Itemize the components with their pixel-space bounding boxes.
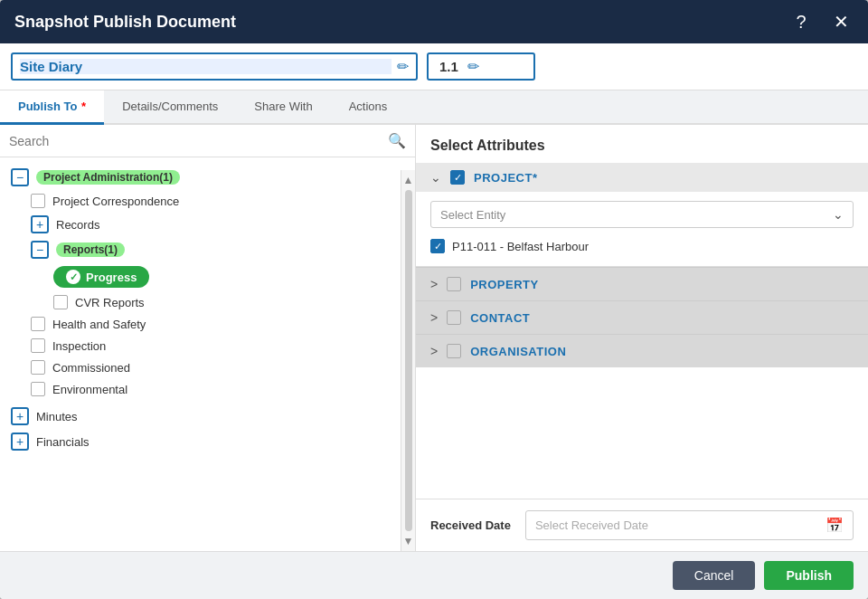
expand-icon-minutes[interactable] <box>11 407 29 425</box>
dropdown-arrow-icon[interactable]: ⌄ <box>833 207 844 222</box>
tree-item-progress: ✓ Progress <box>4 262 411 291</box>
checkbox-project-correspondence[interactable] <box>31 194 45 208</box>
scroll-thumb[interactable] <box>405 190 412 531</box>
footer: Cancel Publish <box>0 551 868 599</box>
attr-section-project: ⌄ PROJECT* Select Entity ⌄ P11-011 - Bel… <box>416 163 868 267</box>
cancel-button[interactable]: Cancel <box>673 561 756 590</box>
document-name-input[interactable] <box>20 59 392 74</box>
attr-checkbox-project[interactable] <box>450 170 465 185</box>
modal: Snapshot Publish Document ? ✕ ✏ 1.1 ✏ Pu… <box>0 0 868 599</box>
search-icon[interactable]: 🔍 <box>388 132 406 149</box>
select-entity-dropdown[interactable]: Select Entity ⌄ <box>430 201 854 228</box>
attr-section-contact[interactable]: > CONTACT <box>416 300 868 334</box>
main-content: 🔍 Project Administration(1) Project Corr… <box>0 125 868 551</box>
label-inspection: Inspection <box>52 339 106 353</box>
version-edit-icon[interactable]: ✏ <box>467 58 479 75</box>
tree-item-project-admin: Project Administration(1) <box>4 165 411 190</box>
tab-details-comments[interactable]: Details/Comments <box>104 90 236 125</box>
label-progress: Progress <box>86 271 137 284</box>
label-health-safety: Health and Safety <box>52 318 146 331</box>
attr-row-project[interactable]: ⌄ PROJECT* <box>416 163 868 192</box>
entity-label-belfast: P11-011 - Belfast Harbour <box>452 240 589 253</box>
checkbox-commissioned[interactable] <box>31 360 45 375</box>
scroll-down-arrow[interactable]: ▼ <box>403 535 414 547</box>
collapse-icon-reports[interactable] <box>31 241 49 259</box>
chevron-right-icon-organisation[interactable]: > <box>430 344 438 358</box>
checkbox-cvr-reports[interactable] <box>53 295 68 309</box>
attr-label-contact: CONTACT <box>470 311 530 325</box>
version-field[interactable]: 1.1 ✏ <box>427 52 535 81</box>
tree-item-project-correspondence: Project Correspondence <box>4 190 411 212</box>
attr-label-property: PROPERTY <box>470 278 539 291</box>
attr-checkbox-organisation[interactable] <box>447 344 461 358</box>
entity-checkbox-belfast[interactable] <box>430 239 445 253</box>
label-environmental: Environmental <box>52 383 127 396</box>
label-commissioned: Commissioned <box>52 361 130 375</box>
label-cvr-reports: CVR Reports <box>75 296 145 309</box>
left-panel: 🔍 Project Administration(1) Project Corr… <box>0 125 416 551</box>
tab-actions[interactable]: Actions <box>331 90 406 125</box>
expand-icon-records[interactable] <box>31 215 49 233</box>
tree-item-records: Records <box>4 212 411 237</box>
tree-item-commissioned: Commissioned <box>4 357 411 378</box>
tree-item-inspection: Inspection <box>4 335 411 357</box>
close-icon[interactable]: ✕ <box>828 9 854 34</box>
modal-title: Snapshot Publish Document <box>14 13 236 32</box>
tab-publish-to[interactable]: Publish To * <box>0 90 104 125</box>
attr-checkbox-property[interactable] <box>447 277 461 291</box>
document-name-edit-icon[interactable]: ✏ <box>397 58 409 75</box>
modal-header: Snapshot Publish Document ? ✕ <box>0 0 868 43</box>
tree-item-environmental: Environmental <box>4 378 411 400</box>
calendar-icon[interactable]: 📅 <box>826 517 844 534</box>
tabs-bar: Publish To * Details/Comments Share With… <box>0 90 868 125</box>
date-input-placeholder: Select Received Date <box>535 518 826 532</box>
received-date-label: Received Date <box>430 518 511 532</box>
tree-item-financials: Financials <box>4 429 411 454</box>
collapse-icon-project-admin[interactable] <box>11 168 29 186</box>
check-icon-progress: ✓ <box>66 270 80 284</box>
attr-label-organisation: ORGANISATION <box>470 345 566 358</box>
select-entity-text: Select Entity <box>440 208 833 222</box>
received-date-section: Received Date Select Received Date 📅 <box>416 499 868 551</box>
attr-section-property[interactable]: > PROPERTY <box>416 267 868 300</box>
checkbox-inspection[interactable] <box>31 338 45 353</box>
attr-label-project: PROJECT* <box>474 171 537 185</box>
attr-checkbox-contact[interactable] <box>447 310 461 325</box>
tree-item-health-safety: Health and Safety <box>4 313 411 335</box>
tree-item-cvr-reports: CVR Reports <box>4 291 411 313</box>
tree-item-reports: Reports(1) <box>4 237 411 262</box>
tree-item-minutes: Minutes <box>4 404 411 429</box>
header-icons: ? ✕ <box>788 9 854 34</box>
search-input[interactable] <box>9 134 388 148</box>
right-panel: Select Attributes ⌄ PROJECT* Select Enti… <box>416 125 868 551</box>
label-minutes: Minutes <box>36 410 78 423</box>
scroll-up-arrow[interactable]: ▲ <box>403 174 414 186</box>
badge-reports: Reports(1) <box>56 242 125 257</box>
label-records: Records <box>56 218 99 232</box>
tree-area: Project Administration(1) Project Corres… <box>0 157 415 551</box>
expand-icon-financials[interactable] <box>11 433 29 451</box>
entity-item-belfast: P11-011 - Belfast Harbour <box>430 235 854 257</box>
chevron-down-icon-project[interactable]: ⌄ <box>430 170 441 185</box>
tab-share-with[interactable]: Share With <box>236 90 330 125</box>
scrollbar: ▲ ▼ <box>401 170 415 551</box>
document-name-field[interactable]: ✏ <box>11 52 418 81</box>
right-panel-spacer <box>416 367 868 499</box>
attr-section-organisation[interactable]: > ORGANISATION <box>416 334 868 367</box>
title-bar: ✏ 1.1 ✏ <box>0 43 868 90</box>
attr-content-project: Select Entity ⌄ P11-011 - Belfast Harbou… <box>416 192 868 266</box>
help-icon[interactable]: ? <box>788 9 814 34</box>
checkbox-health-safety[interactable] <box>31 317 45 331</box>
publish-button[interactable]: Publish <box>764 561 854 590</box>
select-attributes-title: Select Attributes <box>416 125 868 163</box>
checkbox-environmental[interactable] <box>31 382 45 396</box>
search-bar: 🔍 <box>0 125 415 157</box>
chevron-right-icon-property[interactable]: > <box>430 277 438 291</box>
label-project-correspondence: Project Correspondence <box>52 195 179 208</box>
chevron-right-icon-contact[interactable]: > <box>430 310 438 325</box>
date-input-wrap[interactable]: Select Received Date 📅 <box>525 510 854 540</box>
pill-badge-progress[interactable]: ✓ Progress <box>53 266 149 288</box>
version-text: 1.1 <box>439 59 458 74</box>
badge-project-admin: Project Administration(1) <box>36 170 180 185</box>
label-financials: Financials <box>36 435 90 449</box>
